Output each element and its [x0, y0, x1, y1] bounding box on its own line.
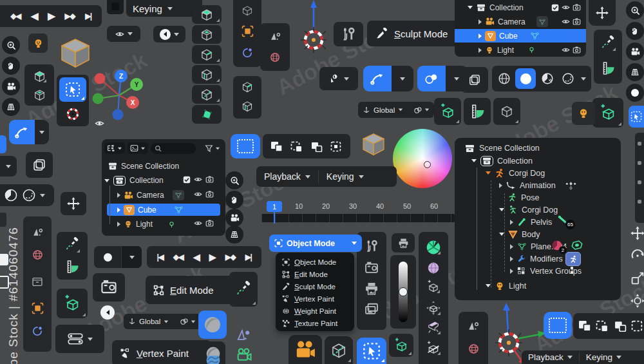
annotate-tool-icon[interactable] [598, 34, 618, 53]
play-button[interactable]: ▶ [209, 252, 215, 262]
select-tool-button-edge[interactable] [629, 106, 644, 128]
matcap-sphere-active[interactable] [198, 311, 227, 339]
loop-cut-cube-icon[interactable] [238, 98, 256, 115]
bevel-cube-icon[interactable] [238, 79, 256, 95]
keying-menu[interactable]: Keying [586, 352, 621, 362]
menu-item-edit-mode[interactable]: Edit Mode [282, 269, 328, 280]
record-button[interactable] [94, 246, 122, 268]
outliner-row-body[interactable]: Body [499, 229, 540, 240]
select-new-icon[interactable] [270, 141, 283, 152]
outliner-row-light[interactable]: Light [486, 280, 526, 291]
play-reverse-button[interactable]: ◀ [31, 10, 37, 22]
filter-dropdown[interactable] [205, 144, 220, 153]
axis-y-ball[interactable]: Y [130, 78, 143, 91]
select-box-orange-icon[interactable] [28, 299, 46, 317]
add-cube-button-bottom[interactable] [389, 334, 413, 357]
tool-dropdown-toggle[interactable] [35, 120, 49, 144]
search-input[interactable] [151, 143, 196, 154]
edge-dropdown-fragment[interactable] [0, 156, 17, 177]
editor-type-dropdown[interactable] [153, 26, 185, 43]
cursor-tool-button[interactable] [63, 104, 82, 124]
render-tab-icon[interactable] [362, 259, 381, 277]
physics-icon[interactable] [238, 44, 256, 62]
expand-arrow-icon[interactable] [468, 6, 473, 9]
cube-display-button[interactable] [493, 98, 520, 125]
jump-start-button[interactable]: |◀ [157, 253, 164, 262]
expand-arrow-icon[interactable] [117, 222, 120, 227]
playback-menu[interactable]: Playback [264, 171, 310, 182]
extrude-slab-icon[interactable] [424, 318, 442, 336]
grid-floor-button[interactable] [626, 63, 644, 81]
rotate-icon-edge[interactable] [630, 248, 644, 263]
add-cube-button-left[interactable] [57, 289, 88, 318]
transform-icon-edge[interactable] [630, 293, 644, 309]
jump-next-keyframe-button[interactable]: ▶◆ [64, 12, 74, 21]
duplicate-collection-button[interactable] [461, 67, 488, 93]
select-box-tool-active[interactable] [59, 77, 86, 102]
outliner-row-collection[interactable]: Collection [104, 175, 164, 186]
dots-menu-icon[interactable] [571, 267, 573, 274]
camera-green-icon[interactable] [234, 347, 254, 363]
tool-tab-icon[interactable] [362, 237, 381, 255]
select-new-icon[interactable] [578, 320, 591, 332]
color-wheel-cursor[interactable] [424, 161, 431, 168]
physics-icon[interactable] [28, 322, 46, 340]
pan-hand-button[interactable] [225, 191, 243, 209]
keying-menu[interactable]: Keying [327, 171, 364, 182]
menu-item-object-mode[interactable]: Object Mode [282, 256, 336, 268]
expand-arrow-icon[interactable] [117, 207, 120, 213]
select-extend-icon[interactable] [596, 320, 609, 332]
select-intersect-icon[interactable] [631, 320, 644, 332]
expand-arrow-icon[interactable] [510, 256, 513, 262]
back-button[interactable] [100, 305, 115, 320]
extrude-cube-icon[interactable] [30, 68, 48, 84]
axis-z-ball[interactable]: Z [115, 70, 128, 82]
camera-restrict-icon[interactable] [205, 190, 214, 198]
select-extend-icon[interactable] [290, 141, 303, 152]
eye-icon[interactable] [562, 46, 570, 54]
collection-outline-icon[interactable] [28, 273, 46, 290]
options-toggles-dropdown[interactable] [55, 325, 104, 353]
slider-handle[interactable] [399, 287, 408, 296]
annotate-tool-panel[interactable] [229, 272, 258, 307]
cube-icon[interactable] [238, 1, 256, 18]
outliner-row-collection[interactable]: Collection [471, 155, 533, 166]
camera-restrict-icon[interactable] [573, 17, 581, 26]
rendered-shading-icon[interactable] [559, 70, 577, 88]
scale-icon-edge[interactable] [630, 271, 644, 286]
timeline[interactable]: 1 10 20 30 40 50 60 [256, 197, 456, 225]
play-reverse-button[interactable]: ◀ [193, 252, 199, 262]
view-layer-tab-icon[interactable] [362, 300, 381, 318]
pan-hand-button[interactable] [626, 22, 644, 40]
outliner-row-pose[interactable]: Pose [507, 192, 540, 203]
bisect-cube-icon[interactable] [424, 339, 442, 357]
move-tool-button-2[interactable] [61, 192, 86, 215]
expand-arrow-icon[interactable] [478, 19, 482, 24]
output-tab-icon[interactable] [362, 280, 381, 298]
eye-icon[interactable] [194, 190, 202, 198]
zoom-tool-button[interactable] [225, 171, 243, 189]
measure-tool-icon[interactable] [62, 256, 82, 277]
image-filter-dropdown[interactable] [128, 142, 148, 154]
mode-dropdown-header[interactable]: Object Mode [269, 235, 362, 252]
move-icon-edge[interactable] [630, 225, 644, 241]
annotate-tool-icon[interactable] [62, 235, 82, 254]
proportional-falloff-icon[interactable] [266, 28, 284, 44]
segments-pie-icon[interactable] [424, 238, 442, 256]
knife-tool-button[interactable] [192, 85, 222, 104]
expand-arrow-icon[interactable] [499, 183, 502, 188]
expand-arrow-icon[interactable] [478, 48, 482, 53]
next-keyframe-button[interactable]: ▶◆ [225, 253, 235, 262]
timeline-ruler[interactable] [261, 214, 455, 222]
camera-restrict-icon[interactable] [205, 175, 214, 184]
axis-x-ball[interactable]: X [126, 96, 139, 109]
falloff-violet-icon[interactable] [233, 326, 254, 344]
color-wheel[interactable] [393, 129, 452, 188]
navigation-axis-gizmo[interactable]: Z Y X [86, 63, 156, 128]
outliner-row-animation[interactable]: Animation [499, 180, 556, 191]
expand-arrow-icon[interactable] [117, 193, 120, 198]
box-select-mode-active[interactable] [231, 134, 260, 158]
extrude-tool-button[interactable] [192, 5, 222, 24]
light-bulb-button[interactable] [28, 34, 48, 53]
measure-tool-button-mid[interactable] [464, 98, 491, 125]
